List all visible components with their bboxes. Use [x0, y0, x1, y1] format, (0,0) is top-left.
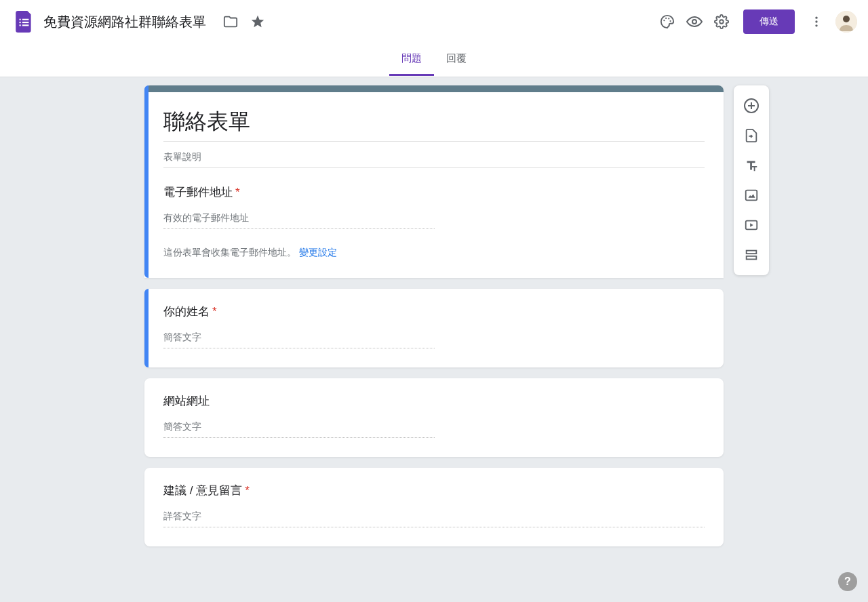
svg-point-8	[668, 18, 669, 19]
collect-note-text: 這份表單會收集電子郵件地址。	[163, 247, 296, 258]
svg-point-9	[669, 20, 671, 22]
answer-placeholder: 簡答文字	[163, 329, 435, 348]
user-avatar[interactable]	[835, 11, 857, 33]
tabs: 問題 回覆	[0, 43, 868, 77]
add-image-icon[interactable]	[738, 180, 765, 210]
question-label-text: 你的姓名	[163, 305, 210, 318]
question-label-text: 建議 / 意見留言	[163, 484, 242, 497]
star-icon[interactable]	[244, 8, 271, 35]
document-title[interactable]: 免費資源網路社群聯絡表單	[43, 13, 206, 31]
svg-point-7	[665, 18, 667, 19]
svg-point-10	[692, 20, 696, 24]
email-label-text: 電子郵件地址	[163, 186, 233, 199]
required-indicator: *	[235, 186, 240, 199]
folder-icon[interactable]	[217, 8, 244, 35]
svg-point-13	[815, 24, 817, 26]
more-icon[interactable]	[803, 8, 830, 35]
preview-icon[interactable]	[681, 8, 708, 35]
answer-placeholder: 簡答文字	[163, 418, 435, 438]
collect-email-note: 這份表單會收集電子郵件地址。 變更設定	[163, 247, 705, 259]
app-header: 免費資源網路社群聯絡表單 傳送 問題 回覆	[0, 0, 868, 77]
tab-responses[interactable]: 回覆	[434, 43, 479, 76]
form-title[interactable]: 聯絡表單	[163, 107, 705, 142]
question-label: 你的姓名*	[163, 304, 705, 319]
svg-rect-3	[22, 22, 29, 23]
question-label-text: 網站網址	[163, 395, 210, 407]
add-video-icon[interactable]	[738, 210, 765, 240]
add-title-icon[interactable]	[738, 150, 765, 180]
question-card-feedback[interactable]: 建議 / 意見留言* 詳答文字	[144, 468, 724, 546]
svg-rect-2	[20, 22, 21, 23]
change-settings-link[interactable]: 變更設定	[299, 247, 337, 258]
help-button[interactable]: ?	[838, 572, 857, 591]
question-card-name[interactable]: 你的姓名* 簡答文字	[144, 289, 724, 367]
svg-point-11	[815, 17, 817, 19]
svg-rect-20	[747, 256, 757, 260]
question-label: 建議 / 意見留言*	[163, 483, 705, 498]
svg-rect-19	[747, 251, 757, 254]
svg-point-15	[843, 16, 850, 22]
form-description[interactable]: 表單說明	[163, 147, 705, 168]
tab-questions[interactable]: 問題	[389, 43, 434, 76]
svg-rect-17	[746, 190, 757, 201]
forms-logo-icon[interactable]	[11, 8, 38, 35]
svg-rect-1	[22, 19, 29, 20]
add-section-icon[interactable]	[738, 240, 765, 270]
question-card-website[interactable]: 網站網址 簡答文字	[144, 378, 724, 457]
form-header-card[interactable]: 聯絡表單 表單說明 電子郵件地址* 有效的電子郵件地址 這份表單會收集電子郵件地…	[144, 85, 724, 278]
required-indicator: *	[212, 305, 217, 318]
palette-icon[interactable]	[654, 8, 681, 35]
svg-point-12	[815, 20, 817, 22]
svg-rect-0	[20, 19, 21, 20]
question-label: 網站網址	[163, 393, 705, 409]
required-indicator: *	[245, 484, 250, 497]
add-question-icon[interactable]	[738, 91, 765, 121]
email-question-label: 電子郵件地址*	[163, 184, 705, 200]
svg-rect-5	[22, 24, 29, 26]
settings-icon[interactable]	[708, 8, 735, 35]
answer-placeholder: 詳答文字	[163, 508, 705, 527]
email-input-placeholder: 有效的電子郵件地址	[163, 209, 435, 229]
svg-rect-4	[20, 24, 21, 26]
side-toolbar	[734, 85, 769, 275]
svg-point-6	[663, 20, 665, 21]
send-button[interactable]: 傳送	[743, 9, 795, 34]
import-questions-icon[interactable]	[738, 121, 765, 150]
